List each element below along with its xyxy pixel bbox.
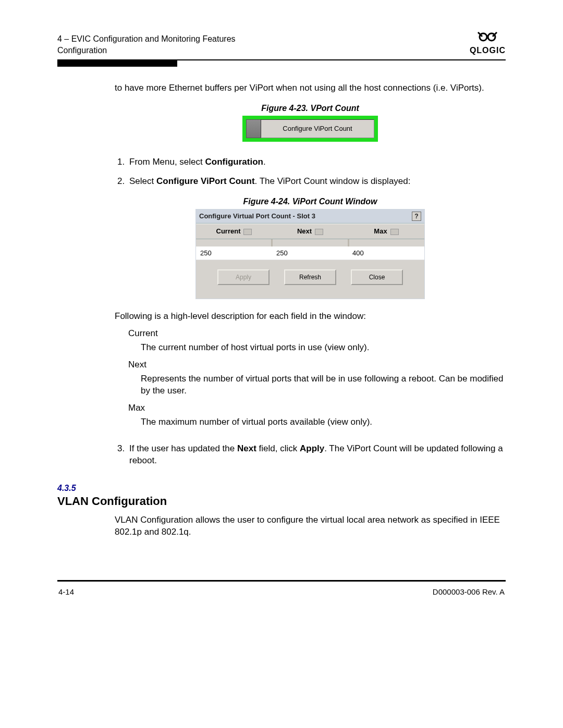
value-current: 250 [196,246,272,260]
intro-paragraph: to have more Ethernet buffers per ViPort… [115,82,506,94]
help-button[interactable]: ? [412,212,421,221]
column-header-next: Next [272,224,348,239]
section-body: VLAN Configuration allows the user to co… [115,514,506,538]
window-titlebar: Configure Virtual Port Count - Slot 3 ? [196,209,424,224]
followup-paragraph: Following is a high-level description fo… [115,311,506,323]
desc-next: Represents the number of virtual ports t… [141,373,506,397]
page-number: 4-14 [58,587,74,597]
apply-button[interactable]: Apply [217,269,270,285]
section-title: VLAN Configuration [57,493,506,509]
procedure-steps: From Menu, select Configuration. Select … [115,156,506,188]
value-max: 400 [348,246,424,260]
refresh-button[interactable]: Refresh [284,269,336,285]
section-number: 4.3.5 [57,483,506,494]
term-next: Next [128,359,506,371]
header-line-2: Configuration [57,45,236,56]
column-header-max: Max [348,224,424,239]
column-header-current: Current [196,224,272,239]
term-current: Current [128,328,506,340]
window-title: Configure Virtual Port Count - Slot 3 [199,212,315,221]
doc-revision: D000003-006 Rev. A [433,587,505,597]
viport-count-window: Configure Virtual Port Count - Slot 3 ? … [195,209,425,299]
figure-24-caption: Figure 4-24. ViPort Count Window [115,196,506,207]
desc-max: The maximum number of virtual ports avai… [141,416,506,428]
logo-text: QLOGIC [470,45,506,56]
step-1: From Menu, select Configuration. [127,156,506,168]
brand-logo: QLOGIC [470,31,506,56]
logo-icon [470,31,506,45]
desc-current: The current number of host virtual ports… [141,342,506,354]
close-button[interactable]: Close [351,269,403,285]
section-tab-marker [57,60,177,67]
step-2: Select Configure ViPort Count. The ViPor… [127,176,506,188]
field-definitions: Current The current number of host virtu… [128,328,506,428]
page-footer: 4-14 D000003-006 Rev. A [57,582,506,597]
term-max: Max [128,402,506,414]
figure-23: Configure ViPort Count [242,116,378,142]
figure-23-handle [246,119,261,138]
configure-viport-count-menuitem[interactable]: Configure ViPort Count [261,119,374,138]
header-line-1: 4 – EVIC Configuration and Monitoring Fe… [57,33,236,45]
procedure-steps-continued: If the user has updated the Next field, … [115,443,506,467]
value-next[interactable]: 250 [272,246,348,260]
page-header-text: 4 – EVIC Configuration and Monitoring Fe… [57,33,236,56]
step-3: If the user has updated the Next field, … [127,443,506,467]
figure-23-caption: Figure 4-23. VPort Count [115,103,506,114]
